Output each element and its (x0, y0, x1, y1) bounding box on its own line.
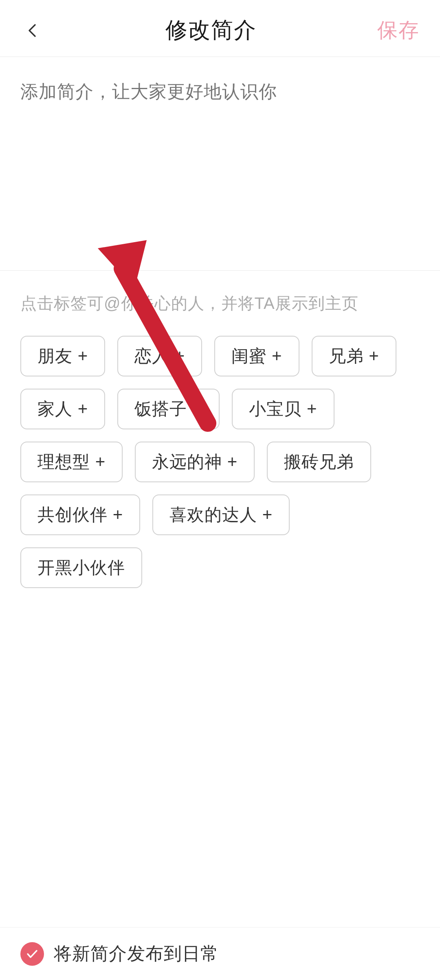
tag-item[interactable]: 家人 + (20, 389, 105, 429)
tags-section: 点击标签可@你关心的人，并将TA展示到主页 朋友 +恋人 +闺蜜 +兄弟 +家人… (0, 271, 440, 608)
publish-label: 将新简介发布到日常 (54, 942, 219, 966)
tag-item[interactable]: 兄弟 + (312, 336, 396, 376)
tag-item[interactable]: 朋友 + (20, 336, 105, 376)
back-button[interactable] (20, 18, 45, 43)
bottom-bar: 将新简介发布到日常 (0, 927, 440, 980)
tag-item[interactable]: 共创伙伴 + (20, 494, 140, 535)
tag-item[interactable]: 永远的神 + (135, 442, 255, 482)
tag-item[interactable]: 小宝贝 + (232, 389, 334, 429)
tag-item[interactable]: 喜欢的达人 + (152, 494, 290, 535)
tags-hint: 点击标签可@你关心的人，并将TA展示到主页 (20, 291, 420, 315)
bio-section (0, 57, 440, 271)
tag-item[interactable]: 搬砖兄弟 (267, 442, 371, 482)
tag-item[interactable]: 恋人 + (117, 336, 202, 376)
tag-item[interactable]: 理想型 + (20, 442, 123, 482)
bio-input[interactable] (20, 77, 420, 248)
page-title: 修改简介 (165, 15, 257, 45)
tags-grid: 朋友 +恋人 +闺蜜 +兄弟 +家人 +饭搭子 +小宝贝 +理想型 +永远的神 … (20, 336, 420, 588)
header: 修改简介 保存 (0, 0, 440, 57)
tag-item[interactable]: 饭搭子 + (117, 389, 220, 429)
tag-item[interactable]: 闺蜜 + (214, 336, 299, 376)
tag-item[interactable]: 开黑小伙伴 (20, 547, 142, 588)
save-button[interactable]: 保存 (377, 17, 420, 44)
publish-checkbox[interactable] (20, 942, 44, 966)
